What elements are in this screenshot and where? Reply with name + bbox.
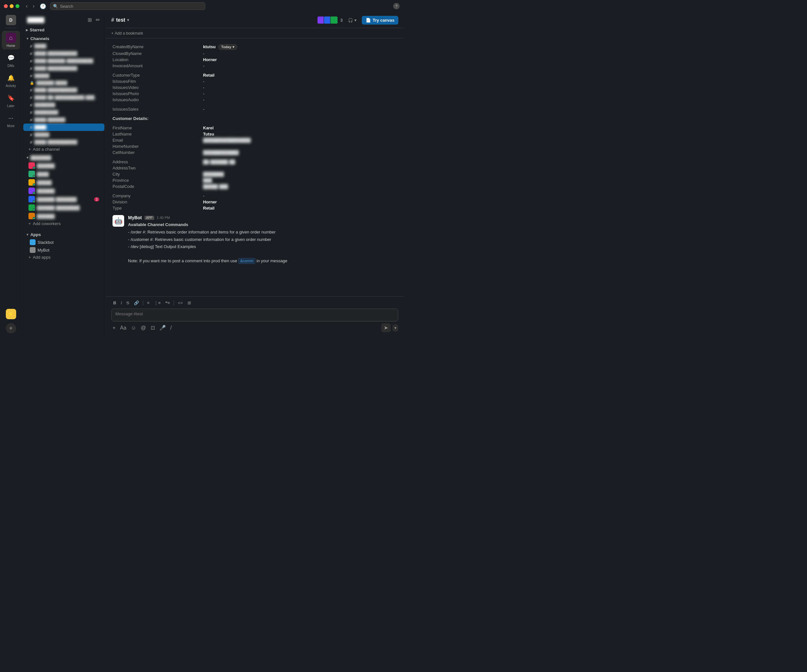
add-coworkers-link[interactable]: + Add coworkers <box>23 220 105 227</box>
channel-name-label: ████ ██████████ <box>34 66 99 71</box>
dms-section-header[interactable]: ▼ ███████ <box>22 154 106 161</box>
strikethrough-button[interactable]: S <box>125 299 131 306</box>
channel-item[interactable]: #█████ <box>23 131 105 138</box>
dm-item[interactable]: ██████ <box>23 186 105 195</box>
dm-item[interactable]: ████ <box>23 170 105 178</box>
channel-item[interactable]: #████ ██████ █████████ <box>23 57 105 65</box>
channel-item[interactable]: #████ <box>23 42 105 50</box>
workspace-icon[interactable]: ⭐ <box>6 309 16 319</box>
headphones-icon: 🎧 <box>348 18 353 23</box>
table-value: Tutsu <box>203 131 397 137</box>
dm-item[interactable]: ██████ <box>23 161 105 170</box>
header-avatars: 3 <box>317 16 343 24</box>
bold-button[interactable]: B <box>111 299 118 306</box>
table-value: - <box>203 78 397 85</box>
channel-item[interactable]: #████ ██████████ <box>23 86 105 94</box>
app-item[interactable]: Slackbot <box>23 238 105 246</box>
fullscreen-button[interactable] <box>15 4 19 8</box>
status-dot <box>33 200 35 203</box>
rail-activity[interactable]: 🔔 Activity <box>2 71 20 90</box>
back-button[interactable]: ‹ <box>25 3 29 10</box>
starred-header[interactable]: ▶ Starred <box>22 26 106 33</box>
more-icon: ··· <box>6 113 16 123</box>
audio-button[interactable]: 🎤 <box>158 323 167 332</box>
send-button[interactable]: ➤ <box>381 323 390 332</box>
status-dot <box>33 166 35 169</box>
apps-list: SlackbotMyBot <box>22 238 106 254</box>
emoji-button[interactable]: ☺ <box>130 324 138 332</box>
rail-more[interactable]: ··· More <box>2 111 20 130</box>
inline-command-link[interactable]: &comm <box>238 258 256 264</box>
traffic-lights <box>4 4 19 8</box>
channel-item[interactable]: 🔒██████ ████ <box>23 80 105 86</box>
member-count: 3 <box>340 18 343 23</box>
code-block-button[interactable]: ⊞ <box>186 299 193 306</box>
channel-item[interactable]: #████ ██ ██████████ ██████ <box>23 94 105 101</box>
add-channel-link[interactable]: + Add a channel <box>23 146 105 153</box>
apps-header[interactable]: ▼ Apps <box>22 231 106 238</box>
messages-area[interactable]: CreatedByNamektutsuToday ▾ClosedByName-L… <box>106 38 404 296</box>
link-button[interactable]: 🔗 <box>132 299 141 306</box>
send-dropdown-button[interactable]: ▾ <box>392 324 399 331</box>
try-canvas-button[interactable]: 📄 Try canvas <box>362 16 399 25</box>
home-label: Home <box>7 44 15 48</box>
channel-name-label: ████ ██████ █████████ <box>34 58 99 63</box>
status-dot <box>33 192 35 195</box>
channel-hash-icon: # <box>30 66 32 71</box>
rail-later[interactable]: 🔖 Later <box>2 91 20 110</box>
dm-item[interactable]: ██████ <box>23 212 105 220</box>
rail-home[interactable]: ⌂ Home <box>2 31 20 50</box>
add-apps-link[interactable]: + Add apps <box>23 254 105 261</box>
channel-item[interactable]: #████ ██████████ <box>23 50 105 57</box>
channel-name-label: ████ ██████████ <box>34 140 99 145</box>
slash-button[interactable]: / <box>169 324 173 332</box>
add-bookmark-link[interactable]: + Add a bookmark <box>111 31 143 36</box>
message-input[interactable]: Message #test <box>111 308 399 321</box>
compose-button[interactable]: ✏ <box>95 16 101 23</box>
rail-dms[interactable]: 💬 DMs <box>2 51 20 70</box>
later-icon: 🔖 <box>6 93 16 103</box>
channel-item[interactable]: #████ ██████████ <box>23 138 105 146</box>
history-button[interactable]: 🕐 <box>38 3 48 10</box>
channel-item[interactable]: #████ ██████ <box>23 116 105 123</box>
minimize-button[interactable] <box>10 4 13 8</box>
search-bar[interactable]: 🔍 Search <box>50 2 205 10</box>
table-spacer <box>113 69 397 72</box>
dm-item[interactable]: ██████ ████████ <box>23 203 105 212</box>
dms-chevron: ▼ <box>26 156 29 160</box>
channels-header[interactable]: ▼ Channels <box>22 35 106 42</box>
shortcuts-button[interactable]: ⊡ <box>149 323 156 332</box>
code-button[interactable]: <> <box>176 299 184 306</box>
dm-item[interactable]: █████ <box>23 178 105 186</box>
close-button[interactable] <box>4 4 8 8</box>
ordered-list-button[interactable]: ⋮≡ <box>152 299 163 306</box>
composer: B I S 🔗 ≡ ⋮≡ ❝≡ <> ⊞ Message #test + Aa … <box>106 296 404 336</box>
mention-button[interactable]: @ <box>139 324 147 332</box>
channel-item[interactable]: #█████ <box>23 72 105 80</box>
channel-name-label: ████ ██████████ <box>34 51 99 56</box>
table-value: Retail <box>203 72 397 78</box>
forward-button[interactable]: › <box>32 3 36 10</box>
channel-item[interactable]: #████████ <box>23 109 105 116</box>
headphones-button[interactable]: 🎧 ▾ <box>345 17 359 24</box>
table-value: - <box>203 106 397 112</box>
blockquote-button[interactable]: ❝≡ <box>163 299 172 306</box>
dms-list: ███████████████████████████ ███████2████… <box>22 161 106 220</box>
app-icon <box>30 247 36 253</box>
channel-item[interactable]: #███████ <box>23 101 105 109</box>
help-button[interactable]: ? <box>393 3 400 9</box>
app-item[interactable]: MyBot <box>23 246 105 254</box>
format-button[interactable]: Aa <box>119 324 128 332</box>
channel-item[interactable]: #████ <box>23 123 105 131</box>
filter-button[interactable]: ⊞ <box>87 16 93 23</box>
dm-item[interactable]: ██████ ███████2 <box>23 195 105 203</box>
italic-button[interactable]: I <box>119 299 124 306</box>
attach-button[interactable]: + <box>111 324 117 332</box>
user-avatar[interactable]: D <box>6 15 16 25</box>
add-workspace-button[interactable]: + <box>6 323 16 333</box>
activity-label: Activity <box>6 84 16 88</box>
today-badge[interactable]: Today ▾ <box>218 44 237 50</box>
channel-item[interactable]: #████ ██████████ <box>23 65 105 72</box>
unordered-list-button[interactable]: ≡ <box>145 299 152 306</box>
channel-title[interactable]: # test ▾ <box>111 17 129 23</box>
